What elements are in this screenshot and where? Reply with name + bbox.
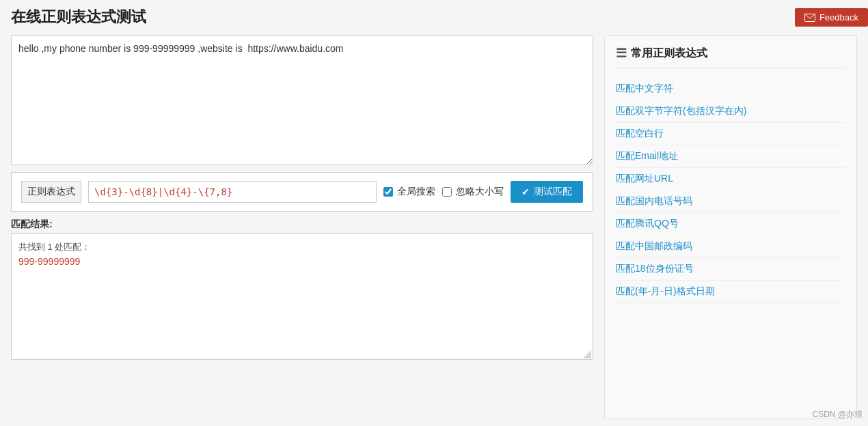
regex-row-wrapper: 正则表达式 全局搜索 忽略大小写 ✔ 测试匹配 <box>11 172 593 212</box>
regex-link-4[interactable]: 匹配网址URL <box>616 168 845 190</box>
global-search-checkbox[interactable] <box>383 187 393 197</box>
page-title: 在线正则表达式测试 <box>11 7 857 27</box>
feedback-button[interactable]: Feedback <box>795 8 868 27</box>
regex-link-8[interactable]: 匹配18位身份证号 <box>616 258 845 281</box>
regex-links-list: 匹配中文字符匹配双字节字符(包括汉字在内)匹配空白行匹配Email地址匹配网址U… <box>616 78 845 303</box>
regex-link-9[interactable]: 匹配(年-月-日)格式日期 <box>616 281 845 303</box>
envelope-icon <box>804 14 815 22</box>
right-panel-title: ☰ 常用正则表达式 <box>616 46 845 68</box>
result-label: 匹配结果: <box>11 218 593 231</box>
test-match-button[interactable]: ✔ 测试匹配 <box>511 181 583 203</box>
page-wrapper: 在线正则表达式测试 Feedback hello ,my phone numbe… <box>0 0 868 426</box>
global-search-label[interactable]: 全局搜索 <box>383 186 435 198</box>
regex-link-5[interactable]: 匹配国内电话号码 <box>616 190 845 213</box>
result-section: 匹配结果: 共找到 1 处匹配： 999-99999999 <box>11 218 593 360</box>
regex-link-0[interactable]: 匹配中文字符 <box>616 78 845 100</box>
left-panel: hello ,my phone number is 999-99999999 ,… <box>11 36 593 419</box>
regex-input[interactable] <box>88 181 377 203</box>
test-input-textarea[interactable]: hello ,my phone number is 999-99999999 ,… <box>11 36 593 165</box>
result-value: 999-99999999 <box>18 256 586 267</box>
feedback-label: Feedback <box>819 12 858 23</box>
main-layout: hello ,my phone number is 999-99999999 ,… <box>11 36 857 419</box>
right-panel-title-text: 常用正则表达式 <box>631 46 707 61</box>
watermark: CSDN @亦琅 <box>812 409 863 421</box>
right-panel: ☰ 常用正则表达式 匹配中文字符匹配双字节字符(包括汉字在内)匹配空白行匹配Em… <box>604 36 857 419</box>
regex-link-3[interactable]: 匹配Email地址 <box>616 145 845 168</box>
regex-link-2[interactable]: 匹配空白行 <box>616 123 845 145</box>
ignore-case-checkbox[interactable] <box>442 187 452 197</box>
result-count: 共找到 1 处匹配： <box>18 241 586 253</box>
regex-link-1[interactable]: 匹配双字节字符(包括汉字在内) <box>616 100 845 123</box>
regex-row: 正则表达式 全局搜索 忽略大小写 ✔ 测试匹配 <box>21 181 583 203</box>
ignore-case-label[interactable]: 忽略大小写 <box>442 186 504 198</box>
regex-label: 正则表达式 <box>21 181 81 203</box>
list-icon: ☰ <box>616 46 627 61</box>
regex-link-7[interactable]: 匹配中国邮政编码 <box>616 236 845 258</box>
global-search-text: 全局搜索 <box>397 186 435 198</box>
regex-link-6[interactable]: 匹配腾讯QQ号 <box>616 213 845 236</box>
test-button-label: 测试匹配 <box>534 186 572 198</box>
checkmark-icon: ✔ <box>521 186 530 197</box>
ignore-case-text: 忽略大小写 <box>456 186 504 198</box>
